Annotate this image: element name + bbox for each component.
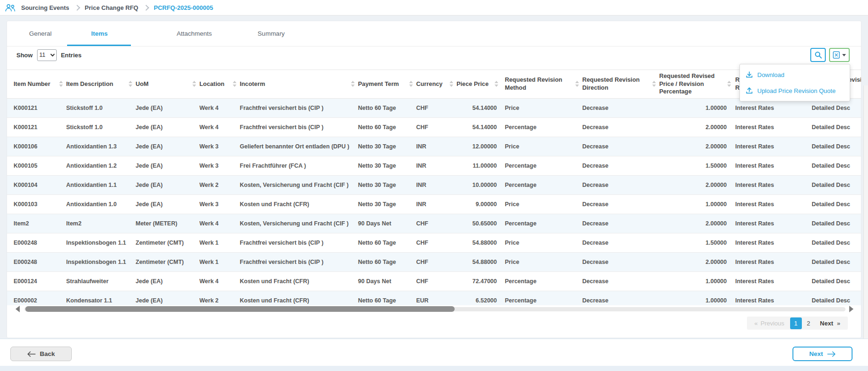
tab-attachments[interactable]: Attachments xyxy=(176,21,212,46)
scrollbar-track[interactable] xyxy=(24,307,845,311)
cell-requested-revision-reason: Interest Rates xyxy=(734,195,811,214)
back-button[interactable]: Back xyxy=(10,347,72,361)
column-header-item-number[interactable]: Item Number xyxy=(7,70,66,99)
export-menu-button[interactable] xyxy=(829,48,850,62)
cell-payment-term: 90 Days Net xyxy=(358,214,416,233)
cell-currency: CHF xyxy=(416,118,457,137)
column-header-uom[interactable]: UoM xyxy=(136,70,199,99)
search-button[interactable] xyxy=(810,48,826,62)
table-body: K000121Stickstoff 1.0Jede (EA)Werk 4Frac… xyxy=(7,99,861,306)
vertical-scrollbar[interactable] xyxy=(863,85,868,348)
cell-location: Werk 4 xyxy=(199,99,240,118)
breadcrumb-price-change-rfq[interactable]: Price Change RFQ xyxy=(85,4,138,11)
cell-currency: INR xyxy=(416,137,457,156)
cell-piece-price: 50.65000 xyxy=(457,214,502,233)
column-header-requested-revision-method[interactable]: Requested Revision Method xyxy=(502,70,582,99)
cell-requested-revision-reason-note: Detailed Desc xyxy=(811,253,861,272)
footer-bar: Back Next xyxy=(0,339,868,366)
column-header-payment-term[interactable]: Payment Term xyxy=(358,70,416,99)
sort-icon xyxy=(652,81,656,87)
column-header-location[interactable]: Location xyxy=(199,70,240,99)
column-header-requested-revised-price[interactable]: Requested Revised Price / Revision Perce… xyxy=(659,70,734,99)
page-bottom-band xyxy=(0,366,868,371)
cell-requested-revised-price: 2.00000 xyxy=(659,118,734,137)
cell-location: Werk 3 xyxy=(199,156,240,176)
horizontal-scrollbar xyxy=(15,305,853,313)
cell-requested-revision-reason-note: Detailed Desc xyxy=(811,291,861,306)
cell-currency: CHF xyxy=(416,253,457,272)
cell-requested-revision-reason-note: Detailed Desc xyxy=(811,272,861,291)
cell-piece-price: 54.14000 xyxy=(457,118,502,137)
column-header-incoterm[interactable]: Incoterm xyxy=(240,70,358,99)
cell-item-number: E000248 xyxy=(7,233,66,253)
column-header-currency[interactable]: Currency xyxy=(416,70,457,99)
cell-requested-revision-direction: Decrease xyxy=(582,291,659,306)
cell-incoterm: Kosten, Versicherung und Fracht (CIF ) xyxy=(240,176,358,195)
cell-item-description: Item2 xyxy=(66,214,136,233)
cell-item-number: K000106 xyxy=(7,137,66,156)
cell-item-description: Inspektionsbogen 1.1 xyxy=(66,253,136,272)
table-toolbar xyxy=(810,48,850,62)
cell-location: Werk 4 xyxy=(199,118,240,137)
cell-item-description: Stickstoff 1.0 xyxy=(66,118,136,137)
cell-requested-revision-method: Price xyxy=(502,253,582,272)
menu-item-download[interactable]: Download xyxy=(740,67,850,83)
cell-requested-revision-reason: Interest Rates xyxy=(734,137,811,156)
double-chevron-left-icon: « xyxy=(754,320,758,327)
search-icon xyxy=(815,51,822,59)
sort-icon xyxy=(129,81,132,87)
cell-item-number: Item2 xyxy=(7,214,66,233)
cell-requested-revised-price: 1.00000 xyxy=(659,272,734,291)
table-row: K000104Antioxidantien 1.1Jede (EA)Werk 2… xyxy=(7,176,861,195)
breadcrumb-sourcing-events[interactable]: Sourcing Events xyxy=(21,4,69,11)
cell-payment-term: Netto 30 Tage xyxy=(358,176,416,195)
tab-summary[interactable]: Summary xyxy=(258,21,285,46)
cell-requested-revision-method: Percentage xyxy=(502,291,582,306)
menu-item-upload-price-revision-quote[interactable]: Upload Price Revision Quote xyxy=(740,83,850,99)
cell-item-description: Antioxidantien 1.3 xyxy=(66,137,136,156)
arrow-left-icon xyxy=(27,351,36,357)
cell-currency: INR xyxy=(416,156,457,176)
cell-piece-price: 9.00000 xyxy=(457,195,502,214)
cell-requested-revision-direction: Decrease xyxy=(582,156,659,176)
cell-incoterm: Frachtfrei versichert bis (CIP ) xyxy=(240,118,358,137)
cell-currency: CHF xyxy=(416,233,457,253)
cell-location: Werk 1 xyxy=(199,233,240,253)
cell-payment-term: Netto 30 Tage xyxy=(358,137,416,156)
cell-uom: Jede (EA) xyxy=(136,118,199,137)
scroll-right-arrow-icon[interactable] xyxy=(849,306,853,312)
tab-general[interactable]: General xyxy=(29,21,52,46)
cell-requested-revision-method: Price xyxy=(502,233,582,253)
next-button[interactable]: Next xyxy=(792,347,853,361)
scroll-left-arrow-icon[interactable] xyxy=(15,306,20,312)
cell-item-description: Stickstoff 1.0 xyxy=(66,99,136,118)
tab-items[interactable]: Items xyxy=(91,21,107,46)
cell-location: Werk 1 xyxy=(199,253,240,272)
cell-location: Werk 2 xyxy=(199,176,240,195)
pagination-next[interactable]: Next » xyxy=(815,320,845,327)
cell-uom: Jede (EA) xyxy=(136,195,199,214)
pagination-previous[interactable]: « Previous xyxy=(750,320,789,327)
scrollbar-thumb[interactable] xyxy=(25,306,455,312)
cell-piece-price: 11.00000 xyxy=(457,156,502,176)
cell-payment-term: Netto 60 Tage xyxy=(358,118,416,137)
sort-icon xyxy=(449,81,453,87)
cell-currency: CHF xyxy=(416,214,457,233)
column-header-requested-revision-direction[interactable]: Requested Revision Direction xyxy=(582,70,659,99)
column-header-item-description[interactable]: Item Description xyxy=(66,70,136,99)
pagination-page-1[interactable]: 1 xyxy=(790,317,802,329)
cell-requested-revised-price: 1.50000 xyxy=(659,156,734,176)
column-header-piece-price[interactable]: Piece Price xyxy=(457,70,502,99)
cell-payment-term: 90 Days Net xyxy=(358,272,416,291)
cell-requested-revised-price: 1.00000 xyxy=(659,291,734,306)
page-size-select[interactable]: 11 xyxy=(37,49,57,61)
table-row: K000103Antioxidantien 1.0Jede (EA)Werk 3… xyxy=(7,195,861,214)
cell-piece-price: 10.00000 xyxy=(457,176,502,195)
pagination-page-2[interactable]: 2 xyxy=(803,317,815,329)
sort-icon xyxy=(59,81,63,87)
top-bar: Sourcing Events Price Change RFQ PCRFQ-2… xyxy=(0,0,868,15)
cell-requested-revision-direction: Decrease xyxy=(582,118,659,137)
cell-uom: Jede (EA) xyxy=(136,137,199,156)
table-row: Item2Item2Meter (METER)Werk 4Kosten, Ver… xyxy=(7,214,861,233)
cell-currency: INR xyxy=(416,195,457,214)
